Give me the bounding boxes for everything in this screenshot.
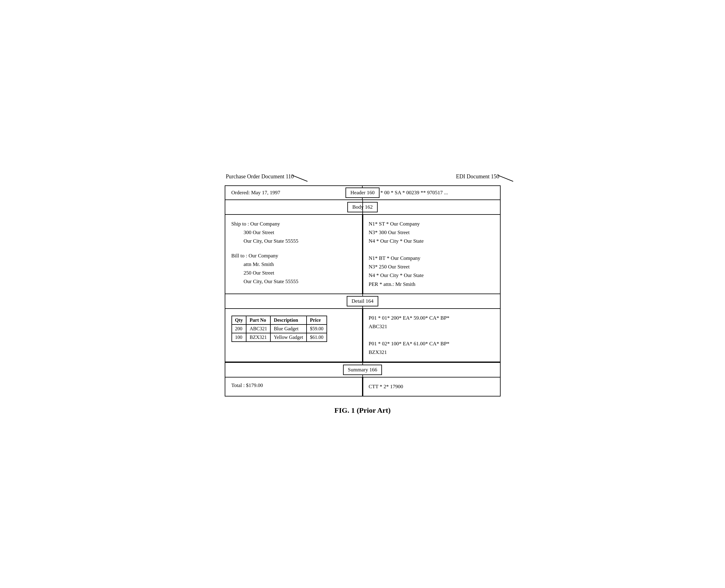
edi-item1-line2: ABC321	[369, 322, 494, 331]
edi-bill-line3: N4 * Our City * Our State	[369, 271, 494, 280]
detail-edi-content: P01 * 01* 200* EA* 59.00* CA* BP* ABC321…	[362, 309, 500, 361]
ship-to-line2: Our City, Our State 55555	[231, 237, 356, 246]
edi-item2-line1: P01 * 02* 100* EA* 61.00* CA* BP*	[369, 339, 494, 348]
fig-caption: FIG. 1 (Prior Art)	[334, 406, 391, 415]
table-header-row: Qty Part No Description Price	[232, 316, 327, 324]
svg-line-0	[292, 175, 308, 182]
edi-ship-line1: N1* ST * Our Company	[369, 220, 494, 228]
edi-item1-line1: P01 * 01* 200* EA* 59.00* CA* BP*	[369, 314, 494, 322]
header-edi-content: BEG * 00 * SA * 00239 ** 970517 ...	[362, 186, 500, 200]
col-partno: Part No	[246, 316, 270, 324]
row1-partno: ABC321	[246, 324, 270, 333]
col-description: Description	[270, 316, 307, 324]
bill-to-label: Bill to : Our Company	[231, 252, 356, 260]
row2-price: $61.00	[307, 333, 327, 342]
edi-bill-line2: N3* 250 Our Street	[369, 262, 494, 271]
detail-label-row: Detail 164	[225, 294, 500, 309]
summary-po-content: Total : $179.00	[225, 378, 362, 396]
body-content-vert-line	[362, 215, 363, 293]
edi-bill-line1: N1* BT * Our Company	[369, 254, 494, 262]
summary-edi-content: CTT * 2* 17900	[362, 378, 500, 396]
bill-to-line3: Our City, Our State 55555	[231, 277, 356, 286]
summary-content-vert-line	[362, 378, 363, 396]
bill-to-line1: attn Mr. Smith	[231, 260, 356, 269]
header-po-content: Ordered: May 17, 1997	[225, 186, 362, 200]
detail-po-content: Qty Part No Description Price 200 ABC321…	[225, 309, 362, 361]
row1-qty: 200	[232, 324, 247, 333]
bill-to-block: Bill to : Our Company attn Mr. Smith 250…	[231, 252, 356, 286]
table-row: 200 ABC321 Blue Gadget $59.00	[232, 324, 327, 333]
summary-content-row: Total : $179.00 CTT * 2* 17900	[225, 377, 500, 396]
col-price: Price	[307, 316, 327, 324]
row2-partno: BZX321	[246, 333, 270, 342]
row2-qty: 100	[232, 333, 247, 342]
table-row: 100 BZX321 Yellow Gadget $61.00	[232, 333, 327, 342]
edi-arrow	[498, 174, 516, 183]
detail-content-row: Qty Part No Description Price 200 ABC321…	[225, 309, 500, 362]
ship-to-block: Ship to : Our Company 300 Our Street Our…	[231, 220, 356, 246]
detail-table: Qty Part No Description Price 200 ABC321…	[231, 316, 327, 342]
main-diagram: Ordered: May 17, 1997 Header 160 BEG * 0…	[225, 185, 501, 397]
ship-to-label: Ship to : Our Company	[231, 220, 356, 228]
detail-content-vert-line	[362, 309, 363, 361]
detail-label-box: Detail 164	[347, 296, 378, 307]
po-document-label: Purchase Order Document 110	[226, 173, 294, 183]
summary-label-box: Summary 166	[343, 365, 382, 375]
body-edi-content: N1* ST * Our Company N3* 300 Our Street …	[362, 215, 500, 293]
header-row: Ordered: May 17, 1997 Header 160 BEG * 0…	[225, 186, 500, 200]
edi-ship-line2: N3* 300 Our Street	[369, 228, 494, 237]
po-arrow	[292, 174, 311, 183]
summary-label-row: Summary 166	[225, 362, 500, 377]
ship-to-line1: 300 Our Street	[231, 228, 356, 237]
edi-bill-line4: PER * attn.: Mr Smith	[369, 280, 494, 289]
edi-document-label: EDI Document 150	[456, 173, 499, 183]
top-labels: Purchase Order Document 110 EDI Document…	[225, 173, 501, 183]
row1-price: $59.00	[307, 324, 327, 333]
col-qty: Qty	[232, 316, 247, 324]
row2-desc: Yellow Gadget	[270, 333, 307, 342]
page-container: Purchase Order Document 110 EDI Document…	[225, 173, 501, 415]
svg-line-1	[498, 175, 513, 182]
body-content-row: Ship to : Our Company 300 Our Street Our…	[225, 215, 500, 294]
row1-desc: Blue Gadget	[270, 324, 307, 333]
edi-item2-line2: BZX321	[369, 348, 494, 357]
header-label-box: Header 160	[346, 188, 379, 198]
edi-ship-line3: N4 * Our City * Our State	[369, 237, 494, 246]
bill-to-line2: 250 Our Street	[231, 269, 356, 277]
body-po-content: Ship to : Our Company 300 Our Street Our…	[225, 215, 362, 293]
